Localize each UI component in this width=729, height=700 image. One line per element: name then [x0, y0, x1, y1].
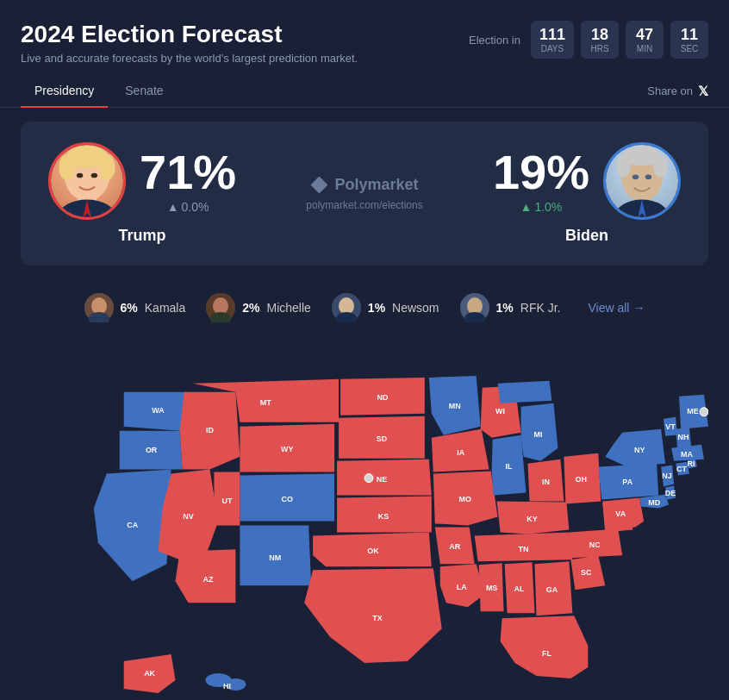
state-ct[interactable] — [676, 462, 689, 476]
trump-inner: 71% ▲ 0.0% — [48, 142, 236, 220]
state-il[interactable] — [492, 435, 526, 496]
polymarket-diamond-icon — [310, 177, 327, 194]
state-mo[interactable] — [433, 472, 498, 526]
biden-photo — [606, 145, 678, 217]
state-ut[interactable] — [214, 472, 240, 526]
other-michelle[interactable]: 2% Michelle — [206, 293, 311, 322]
forecast-card: 71% ▲ 0.0% Trump Polymarket polymarket.c… — [21, 122, 708, 266]
rfk-pct: 1% — [496, 301, 514, 315]
other-rfk[interactable]: 1% RFK Jr. — [460, 293, 561, 322]
state-la[interactable] — [440, 564, 485, 607]
share-button[interactable]: Share on 𝕏 — [647, 84, 708, 99]
electoral-map: WA OR CA ID NV MT WY CO UT AZ — [0, 336, 729, 700]
candidate-trump: 71% ▲ 0.0% Trump — [48, 142, 236, 245]
state-vt[interactable] — [664, 417, 677, 436]
svg-point-7 — [77, 173, 83, 178]
polymarket-name: Polymarket — [334, 176, 418, 194]
state-wy[interactable] — [240, 424, 334, 472]
state-ne[interactable] — [337, 459, 432, 496]
svg-point-16 — [632, 175, 639, 180]
state-ms[interactable] — [479, 563, 504, 611]
state-sd[interactable] — [339, 416, 425, 459]
state-oh[interactable] — [564, 453, 601, 504]
page-subtitle: Live and accurate forecasts by the world… — [21, 52, 358, 65]
state-mi-up — [498, 381, 552, 403]
kamala-avatar — [84, 293, 114, 322]
biden-change: ▲ 1.0% — [493, 200, 589, 214]
page-title: 2024 Election Forecast — [21, 21, 358, 48]
svg-point-8 — [91, 173, 97, 178]
trump-change: ▲ 0.0% — [140, 200, 236, 214]
state-nd[interactable] — [340, 378, 425, 416]
state-sc[interactable] — [570, 555, 605, 590]
newsom-avatar — [332, 293, 361, 322]
state-ca[interactable] — [94, 470, 171, 582]
rfk-name: RFK Jr. — [520, 301, 561, 315]
biden-inner: 19% ▲ 1.0% — [493, 142, 681, 220]
trump-photo — [51, 145, 123, 217]
state-hi-2 — [225, 678, 246, 691]
state-id[interactable] — [180, 392, 240, 470]
trump-arrow: ▲ — [167, 200, 179, 214]
state-co[interactable] — [240, 474, 334, 522]
other-newsom[interactable]: 1% Newsom — [332, 293, 439, 322]
state-ga[interactable] — [534, 561, 572, 616]
state-tn[interactable] — [475, 532, 573, 561]
candidates-row: 71% ▲ 0.0% Trump Polymarket polymarket.c… — [48, 142, 681, 245]
state-ks[interactable] — [337, 497, 432, 533]
state-ar[interactable] — [435, 527, 475, 564]
other-kamala[interactable]: 6% Kamala — [84, 293, 186, 322]
state-nj[interactable] — [661, 466, 674, 487]
ne-swing-dot — [364, 474, 373, 483]
state-ny[interactable] — [605, 429, 665, 467]
arrow-right-icon: → — [632, 301, 645, 315]
michelle-name: Michelle — [266, 301, 310, 315]
candidate-biden: 19% ▲ 1.0% Biden — [493, 142, 681, 245]
state-nh[interactable] — [676, 428, 691, 448]
view-all-link[interactable]: View all → — [588, 301, 645, 315]
state-pa[interactable] — [598, 464, 658, 500]
newsom-pct: 1% — [368, 301, 385, 315]
state-md[interactable] — [639, 495, 669, 509]
polymarket-url: polymarket.com/elections — [306, 199, 422, 211]
header-left: 2024 Election Forecast Live and accurate… — [21, 21, 358, 65]
countdown: Election in 111 DAYS 18 HRS 47 MIN 11 SE… — [469, 21, 708, 59]
countdown-label: Election in — [469, 34, 520, 47]
biden-pct-block: 19% ▲ 1.0% — [493, 148, 589, 214]
state-ak[interactable] — [124, 654, 176, 693]
state-in[interactable] — [528, 459, 564, 502]
state-ok[interactable] — [313, 532, 432, 566]
state-or[interactable] — [120, 431, 183, 470]
state-nm[interactable] — [240, 525, 311, 585]
state-fl[interactable] — [501, 616, 589, 678]
us-map-svg: WA OR CA ID NV MT WY CO UT AZ — [21, 336, 708, 697]
biden-avatar — [603, 142, 681, 220]
trump-pct: 71% — [140, 148, 236, 197]
state-mi[interactable] — [521, 403, 558, 461]
countdown-min: 47 MIN — [626, 21, 664, 59]
other-candidates-row: 6% Kamala 2% Michelle 1% Newsom — [0, 279, 729, 336]
state-ma[interactable] — [671, 445, 704, 461]
state-va[interactable] — [602, 498, 644, 530]
michelle-avatar — [206, 293, 235, 322]
rfk-avatar — [460, 293, 489, 322]
state-az[interactable] — [176, 549, 236, 603]
state-mn[interactable] — [429, 376, 481, 435]
state-de[interactable] — [665, 486, 676, 500]
biden-change-val: 1.0% — [534, 200, 562, 214]
svg-point-12 — [653, 154, 668, 177]
trump-name: Trump — [119, 227, 166, 245]
state-al[interactable] — [505, 562, 535, 613]
share-label: Share on — [647, 84, 693, 97]
view-all-text: View all — [588, 301, 629, 315]
state-nc[interactable] — [569, 528, 622, 558]
state-ri[interactable] — [688, 459, 697, 469]
state-ia[interactable] — [432, 429, 489, 472]
svg-point-3 — [99, 154, 115, 180]
state-tx[interactable] — [304, 568, 442, 663]
svg-point-2 — [59, 154, 75, 180]
state-ky[interactable] — [497, 502, 570, 534]
trump-pct-block: 71% ▲ 0.0% — [140, 148, 236, 214]
tab-presidency[interactable]: Presidency — [21, 75, 108, 108]
tab-senate[interactable]: Senate — [111, 75, 177, 108]
